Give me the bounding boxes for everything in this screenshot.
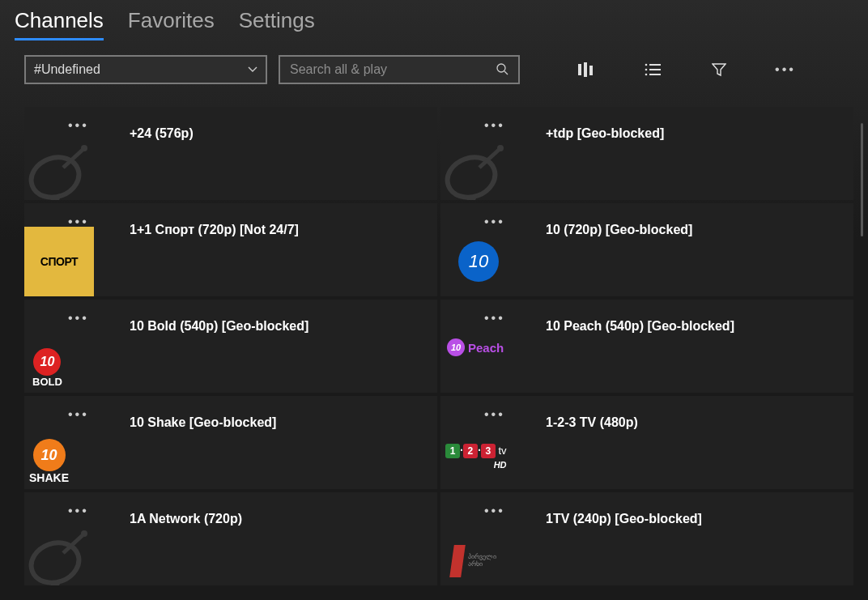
svg-rect-10 xyxy=(649,74,661,75)
svg-point-0 xyxy=(497,64,505,72)
list-view-button[interactable] xyxy=(635,55,670,84)
channel-title: 1A Network (720p) xyxy=(130,512,242,526)
satellite-dish-icon xyxy=(24,521,97,585)
card-more-button[interactable]: ••• xyxy=(68,215,89,229)
svg-rect-2 xyxy=(578,64,581,75)
channel-logo: СПОРТ xyxy=(24,227,94,296)
channel-title: +tdp [Geo-blocked] xyxy=(546,126,664,141)
svg-point-16 xyxy=(497,145,504,151)
svg-rect-4 xyxy=(589,66,593,75)
card-more-button[interactable]: ••• xyxy=(68,118,89,133)
tab-channels[interactable]: Channels xyxy=(15,8,104,40)
channel-card[interactable]: ••• 1A Network (720p) xyxy=(24,492,437,585)
card-more-button[interactable]: ••• xyxy=(68,311,89,326)
card-more-button[interactable]: ••• xyxy=(68,407,89,422)
channel-title: 1+1 Спорт (720p) [Not 24/7] xyxy=(130,223,299,237)
channel-card[interactable]: ••• პირველიარხი 1TV (240p) [Geo-blocked] xyxy=(440,492,853,585)
filter-button[interactable] xyxy=(701,55,737,84)
channel-title: 1-2-3 TV (480p) xyxy=(546,415,638,430)
search-icon[interactable] xyxy=(496,62,508,78)
channel-grid: ••• +24 (576p) ••• +tdp [Geo-blocked] ••… xyxy=(24,107,858,585)
channel-title: +24 (576p) xyxy=(130,126,194,141)
card-more-button[interactable]: ••• xyxy=(484,311,505,326)
toolbar: #Undefined xyxy=(0,40,868,91)
tab-favorites[interactable]: Favorites xyxy=(128,8,215,40)
svg-point-5 xyxy=(645,64,648,66)
top-tabs: Channels Favorites Settings xyxy=(0,0,868,40)
channel-logo: 1·2·3 tvHD xyxy=(445,444,507,470)
channel-title: 10 Bold (540p) [Geo-blocked] xyxy=(130,319,308,334)
svg-point-7 xyxy=(645,69,648,71)
channel-title: 10 Peach (540p) [Geo-blocked] xyxy=(546,319,734,334)
columns-view-button[interactable] xyxy=(568,55,604,84)
tab-settings[interactable]: Settings xyxy=(239,8,315,40)
channel-title: 1TV (240p) [Geo-blocked] xyxy=(546,512,702,526)
svg-point-9 xyxy=(645,74,648,76)
svg-point-19 xyxy=(81,530,87,537)
channel-card[interactable]: ••• 10Peach 10 Peach (540p) [Geo-blocked… xyxy=(440,300,853,393)
channel-logo: 10BOLD xyxy=(32,348,62,388)
satellite-dish-icon xyxy=(24,135,97,200)
category-dropdown[interactable]: #Undefined xyxy=(24,55,267,84)
card-more-button[interactable]: ••• xyxy=(68,504,89,518)
satellite-dish-icon xyxy=(440,135,513,200)
dropdown-value: #Undefined xyxy=(34,62,100,77)
filter-icon xyxy=(712,62,726,77)
channel-card[interactable]: ••• 10 10 (720p) [Geo-blocked] xyxy=(440,203,853,296)
channel-logo: პირველიარხი xyxy=(452,545,496,577)
channel-card[interactable]: ••• +tdp [Geo-blocked] xyxy=(440,107,853,200)
card-more-button[interactable]: ••• xyxy=(484,407,505,422)
channel-logo: 10SHAKE xyxy=(29,439,69,484)
channel-card[interactable]: ••• 1·2·3 tvHD 1-2-3 TV (480p) xyxy=(440,396,853,489)
card-more-button[interactable]: ••• xyxy=(484,504,505,518)
card-more-button[interactable]: ••• xyxy=(484,118,505,133)
svg-line-1 xyxy=(504,71,508,74)
scrollbar-thumb[interactable] xyxy=(861,123,863,236)
channel-card[interactable]: ••• СПОРТ 1+1 Спорт (720p) [Not 24/7] xyxy=(24,203,437,296)
search-input[interactable] xyxy=(290,62,484,77)
svg-rect-3 xyxy=(584,62,587,77)
svg-rect-8 xyxy=(649,69,661,70)
channel-title: 10 Shake [Geo-blocked] xyxy=(130,415,276,430)
channel-grid-container: ••• +24 (576p) ••• +tdp [Geo-blocked] ••… xyxy=(0,91,868,600)
channel-card[interactable]: ••• 10BOLD 10 Bold (540p) [Geo-blocked] xyxy=(24,300,437,393)
search-box[interactable] xyxy=(279,55,520,84)
svg-rect-6 xyxy=(649,64,661,66)
svg-point-13 xyxy=(81,145,87,151)
more-button[interactable]: ••• xyxy=(768,55,803,84)
channel-logo: 10Peach xyxy=(447,338,504,356)
more-icon: ••• xyxy=(775,62,796,77)
channel-title: 10 (720p) [Geo-blocked] xyxy=(546,223,692,237)
channel-card[interactable]: ••• +24 (576p) xyxy=(24,107,437,200)
columns-icon xyxy=(578,62,594,77)
card-more-button[interactable]: ••• xyxy=(484,215,505,229)
list-icon xyxy=(645,63,661,76)
chevron-down-icon xyxy=(248,65,257,74)
channel-card[interactable]: ••• 10SHAKE 10 Shake [Geo-blocked] xyxy=(24,396,437,489)
channel-logo: 10 xyxy=(458,241,499,282)
